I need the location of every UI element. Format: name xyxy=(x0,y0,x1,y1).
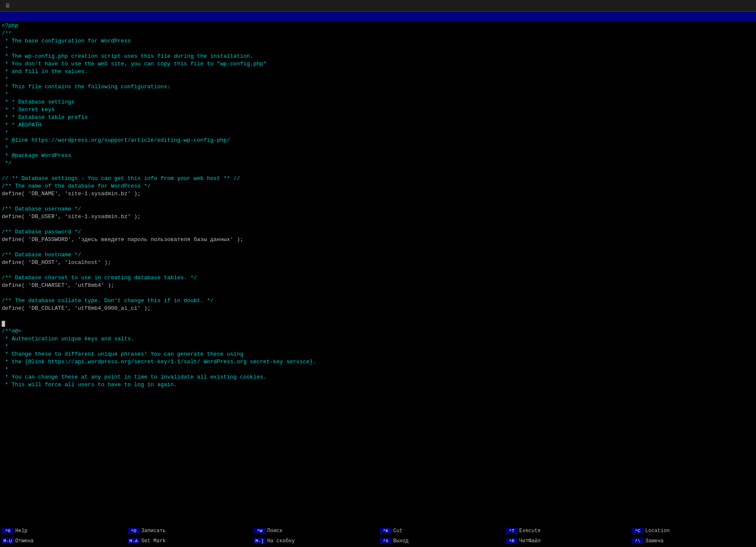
line-text: * xyxy=(2,76,8,82)
line-text: * * Secret keys xyxy=(2,107,55,113)
shortcut-item[interactable]: ^GHelp xyxy=(0,526,126,536)
code-line: /** Database username */ xyxy=(2,205,754,213)
shortcut-item[interactable]: M-]На скобку xyxy=(252,536,378,546)
line-text: * Authentication unique keys and salts. xyxy=(2,336,134,342)
code-line: * * Database table prefix xyxy=(2,114,754,121)
shortcut-item[interactable]: ^XВыход xyxy=(378,536,504,546)
line-text: // ** Database settings - You can get th… xyxy=(2,175,240,182)
line-text: * You don't have to use the web site, yo… xyxy=(2,61,266,67)
line-text: * xyxy=(2,45,8,52)
line-text: * The base configuration for WordPress xyxy=(2,38,131,44)
code-line: * The wp-config.php creation script uses… xyxy=(2,53,754,60)
line-text: * xyxy=(2,343,8,350)
line-text: define( 'DB_USER', 'site-1.sysadmin.bz' … xyxy=(2,213,141,220)
editor-area[interactable]: <?php/** * The base configuration for Wo… xyxy=(0,21,756,526)
line-text: /** Database username */ xyxy=(2,206,81,212)
line-text: * This will force all users to have to l… xyxy=(2,381,177,388)
code-line: * You don't have to use the web site, yo… xyxy=(2,60,754,68)
shortcut-bar: ^GHelp^OЗаписать^WПоиск^KCut^TExecute^CL… xyxy=(0,526,756,547)
line-text: * xyxy=(2,145,8,151)
line-text: * * ABSPATH xyxy=(2,122,42,128)
maximize-button[interactable] xyxy=(734,2,742,10)
code-line: */ xyxy=(2,160,754,167)
code-line: * xyxy=(2,366,754,373)
code-line: * xyxy=(2,144,754,152)
terminal-window: ☰ <?php/** * The base configuration for … xyxy=(0,0,756,547)
shortcut-label: Set Mark xyxy=(141,538,166,544)
code-line: /** The database collate type. Don't cha… xyxy=(2,297,754,305)
code-line: * the {@link https://api.wordpress.org/s… xyxy=(2,358,754,366)
code-line xyxy=(2,320,754,328)
shortcut-label: ЧитФайл xyxy=(519,538,540,544)
code-line xyxy=(2,167,754,175)
line-text: define( 'DB_COLLATE', 'utf8mb4_0900_ai_c… xyxy=(2,305,151,311)
code-line: * * ABSPATH xyxy=(2,121,754,129)
shortcut-label: Замена xyxy=(645,538,664,544)
shortcut-label: Help xyxy=(15,528,28,534)
title-bar: ☰ xyxy=(0,0,756,12)
line-text: * You can change these at any point in t… xyxy=(2,374,266,380)
line-text: * This file contains the following confi… xyxy=(2,84,171,90)
line-text: * Change these to different unique phras… xyxy=(2,351,244,357)
code-line: define( 'DB_CHARSET', 'utf8mb4' ); xyxy=(2,282,754,289)
line-text: */ xyxy=(2,160,11,166)
shortcut-key: M-U xyxy=(2,538,14,544)
shortcut-key: ^R xyxy=(506,538,518,544)
shortcut-key: ^W xyxy=(254,528,266,534)
code-line: * xyxy=(2,45,754,53)
shortcut-key: ^K xyxy=(380,528,392,534)
minimize-button[interactable] xyxy=(724,2,731,10)
code-line: * xyxy=(2,129,754,137)
code-line: * Change these to different unique phras… xyxy=(2,351,754,358)
shortcut-item[interactable]: M-ASet Mark xyxy=(126,536,252,546)
shortcut-label: Cut xyxy=(393,528,403,534)
shortcut-key: ^\ xyxy=(632,538,644,544)
code-line xyxy=(2,198,754,205)
shortcut-item[interactable]: ^\Замена xyxy=(630,536,756,546)
shortcut-item[interactable]: ^RЧитФайл xyxy=(504,536,630,546)
shortcut-label: На скобку xyxy=(267,538,295,544)
line-text: define( 'DB_CHARSET', 'utf8mb4' ); xyxy=(2,282,114,289)
code-line: * @link https://wordpress.org/support/ar… xyxy=(2,137,754,144)
line-text: /** The database collate type. Don't cha… xyxy=(2,297,213,304)
code-line: /** The name of the database for WordPre… xyxy=(2,182,754,190)
shortcut-key: ^G xyxy=(2,528,14,534)
line-text: * xyxy=(2,129,8,136)
nano-header xyxy=(0,12,756,21)
terminal-icon: ☰ xyxy=(4,3,11,9)
line-text: * The wp-config.php creation script uses… xyxy=(2,53,253,59)
shortcut-item[interactable]: ^TExecute xyxy=(504,526,630,536)
code-line: * * Database settings xyxy=(2,98,754,106)
line-text: define( 'DB_HOST', 'localhost' ); xyxy=(2,259,111,266)
code-line: define( 'DB_NAME', 'site-1.sysadmin.bz' … xyxy=(2,190,754,198)
shortcut-key: M-A xyxy=(128,538,140,544)
code-line: /** Database password */ xyxy=(2,228,754,236)
code-line: * You can change these at any point in t… xyxy=(2,373,754,381)
shortcut-item[interactable]: ^KCut xyxy=(378,526,504,536)
close-button[interactable] xyxy=(744,2,752,10)
line-text: <?php xyxy=(2,22,18,29)
shortcut-label: Записать xyxy=(141,528,166,534)
shortcut-item[interactable]: ^OЗаписать xyxy=(126,526,252,536)
shortcut-item[interactable]: ^WПоиск xyxy=(252,526,378,536)
code-line: * This file contains the following confi… xyxy=(2,83,754,91)
line-text: * and fill in the values. xyxy=(2,68,88,75)
shortcut-item[interactable]: M-UОтмена xyxy=(0,536,126,546)
line-text: define( 'DB_NAME', 'site-1.sysadmin.bz' … xyxy=(2,191,141,197)
code-line: <?php xyxy=(2,22,754,30)
shortcut-item[interactable]: ^CLocation xyxy=(630,526,756,536)
code-line: * This will force all users to have to l… xyxy=(2,381,754,389)
code-line: * xyxy=(2,91,754,98)
code-line xyxy=(2,244,754,251)
line-text: /**#@+ xyxy=(2,328,22,334)
shortcut-label: Поиск xyxy=(267,528,283,534)
line-text: * @link https://wordpress.org/support/ar… xyxy=(2,137,230,143)
line-text: * * Database settings xyxy=(2,99,75,105)
code-line: define( 'DB_COLLATE', 'utf8mb4_0900_ai_c… xyxy=(2,305,754,312)
code-line: * Authentication unique keys and salts. xyxy=(2,335,754,343)
shortcut-key: ^C xyxy=(632,528,644,534)
code-line: * * Secret keys xyxy=(2,106,754,114)
code-line xyxy=(2,221,754,228)
code-line: * The base configuration for WordPress xyxy=(2,37,754,45)
code-line: /** Database charset to use in creating … xyxy=(2,274,754,282)
